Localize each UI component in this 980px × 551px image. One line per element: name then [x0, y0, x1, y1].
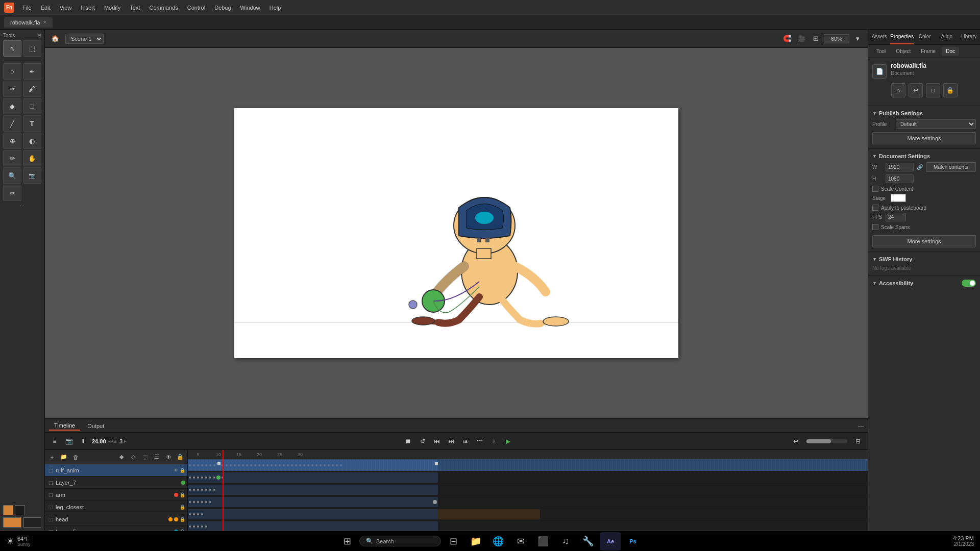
tl-next-frame-btn[interactable]: ⏭	[446, 436, 457, 447]
frame-row-ruff-anim[interactable]	[188, 459, 868, 471]
file-tab[interactable]: robowalk.fla ×	[4, 17, 53, 28]
line-tool[interactable]: ╱	[3, 115, 21, 132]
camera-2-icon[interactable]: 🎥	[795, 33, 807, 45]
menu-text[interactable]: Text	[126, 3, 144, 13]
doc-more-settings-btn[interactable]: More settings	[872, 235, 976, 247]
text-tool[interactable]: T	[23, 115, 41, 132]
taskbar-explorer-btn[interactable]: 📁	[465, 532, 486, 550]
tab-color[interactable]: Color	[914, 30, 936, 44]
tl-export-icon[interactable]: ⬆	[78, 436, 89, 447]
poly-tool[interactable]: ◆	[3, 98, 21, 114]
doc-tab-frame[interactable]: Frame	[917, 47, 940, 56]
layer-lock-all-btn[interactable]: 🔒	[175, 452, 185, 462]
profile-select[interactable]: Default	[896, 119, 976, 129]
fit-icon[interactable]: ⊞	[810, 33, 822, 45]
doc-btn-home[interactable]: ⌂	[891, 83, 905, 97]
taskbar-apps-btn[interactable]: ⬛	[533, 532, 553, 550]
scale-content-checkbox[interactable]	[872, 186, 878, 192]
tl-ripple-btn[interactable]: ≋	[460, 436, 471, 447]
tl-play-btn[interactable]: ▶	[503, 436, 514, 447]
doc-btn-rect[interactable]: □	[926, 83, 940, 97]
layer-row[interactable]: ⬚ Layer_7	[45, 477, 187, 489]
tab-assets[interactable]: Assets	[868, 30, 890, 44]
start-button[interactable]: ⊞	[337, 532, 357, 550]
swf-history-header[interactable]: ▼ SWF History	[872, 256, 976, 262]
tab-output[interactable]: Output	[82, 422, 109, 430]
color-bg-box[interactable]	[23, 517, 42, 528]
tab-timeline[interactable]: Timeline	[49, 421, 80, 431]
tl-undo-btn[interactable]: ↩	[790, 436, 801, 447]
layer-opts-btn[interactable]: ☰	[152, 452, 162, 462]
frame-row-leg-closest[interactable]	[188, 496, 868, 508]
taskbar-search-box[interactable]: 🔍 Search	[359, 536, 441, 546]
menu-modify[interactable]: Modify	[100, 3, 125, 13]
timeline-minimize-btn[interactable]: —	[858, 423, 864, 429]
layer-lock-icon[interactable]: 🔒	[180, 505, 185, 510]
subselect-tool[interactable]: ⬚	[23, 40, 41, 57]
tl-layers-icon[interactable]: ≡	[49, 436, 60, 447]
width-input[interactable]	[886, 163, 914, 171]
add-folder-btn[interactable]: 📁	[59, 452, 69, 462]
hand-tool[interactable]: ✋	[23, 150, 41, 166]
tl-scrubber[interactable]	[806, 439, 847, 443]
tl-add-frame-btn[interactable]: +	[488, 436, 500, 447]
doc-settings-header[interactable]: ▼ Document Settings	[872, 153, 976, 159]
zoom-tool[interactable]: 🔍	[3, 167, 21, 184]
tools-collapse[interactable]: ⊟	[37, 33, 41, 38]
dimensions-link-icon[interactable]: 🔗	[917, 164, 923, 170]
close-tab-icon[interactable]: ×	[43, 19, 46, 25]
height-input[interactable]	[886, 174, 914, 183]
layer-row[interactable]: ⬚ Layer_5 🔒	[45, 525, 187, 531]
accessibility-header[interactable]: ▼ Accessibility	[872, 280, 976, 287]
menu-help[interactable]: Help	[265, 3, 285, 13]
layer-row[interactable]: ⬚ ruff_anim 👁 🔒	[45, 464, 187, 477]
rect-tool[interactable]: □	[23, 98, 41, 114]
tab-properties[interactable]: Properties	[890, 30, 914, 44]
zoom-input[interactable]	[824, 34, 849, 43]
layer-lock-icon[interactable]: 🔒	[180, 468, 185, 473]
apply-pasteboard-checkbox[interactable]	[872, 205, 878, 211]
scene-select[interactable]: Scene 1	[65, 34, 104, 44]
tl-camera-icon[interactable]: 📷	[63, 436, 75, 447]
menu-window[interactable]: Window	[236, 3, 264, 13]
tl-easing-btn[interactable]: 〜	[474, 436, 485, 447]
taskbar-edge-btn[interactable]: 🌐	[488, 532, 508, 550]
lasso-tool[interactable]: ○	[3, 63, 21, 80]
bucket-tool[interactable]: ⊕	[3, 133, 21, 149]
menu-edit[interactable]: Edit	[37, 3, 55, 13]
tool-more-btn[interactable]: ···	[3, 203, 41, 209]
match-contents-btn[interactable]: Match contents	[926, 162, 976, 172]
blank-keyframe-btn[interactable]: ◇	[128, 452, 138, 462]
pencil-tool[interactable]: ✏	[3, 81, 21, 97]
menu-insert[interactable]: Insert	[77, 3, 99, 13]
doc-tab-tool[interactable]: Tool	[872, 47, 890, 56]
fill-color-swatch[interactable]	[3, 505, 13, 515]
frame-row-layer5[interactable]	[188, 520, 868, 531]
doc-tab-object[interactable]: Object	[892, 47, 915, 56]
tl-loop-btn[interactable]: ↺	[417, 436, 428, 447]
tl-stop-btn[interactable]: ⏹	[403, 436, 414, 447]
snap-icon[interactable]: 🧲	[781, 33, 793, 45]
scale-spans-checkbox[interactable]	[872, 224, 878, 230]
color-fg-box[interactable]	[3, 517, 21, 528]
keyframe-btn[interactable]: ◆	[116, 452, 127, 462]
stroke-color-swatch[interactable]	[15, 505, 25, 515]
frame-row-arm[interactable]	[188, 484, 868, 496]
asset-tool[interactable]: ✏	[3, 185, 21, 201]
doc-btn-lock[interactable]: 🔒	[943, 83, 958, 97]
accessibility-toggle[interactable]	[962, 280, 976, 287]
tab-align[interactable]: Align	[936, 30, 958, 44]
ink-tool[interactable]: ◐	[23, 133, 41, 149]
taskbar-spotify-btn[interactable]: ♫	[555, 532, 576, 550]
layer-eye-btn[interactable]: 👁	[163, 452, 174, 462]
taskbar-app2-btn[interactable]: 🔧	[578, 532, 598, 550]
delete-layer-btn[interactable]: 🗑	[70, 452, 81, 462]
doc-btn-undo[interactable]: ↩	[909, 83, 923, 97]
pen-tool[interactable]: ✒	[23, 63, 41, 80]
menu-debug[interactable]: Debug	[210, 3, 235, 13]
layer-row[interactable]: ⬚ head 🔒	[45, 513, 187, 525]
doc-tab-doc[interactable]: Doc	[942, 47, 959, 56]
camera-tool[interactable]: 📷	[23, 167, 41, 184]
paint-tool[interactable]: 🖌	[23, 81, 41, 97]
tab-library[interactable]: Library	[958, 30, 980, 44]
